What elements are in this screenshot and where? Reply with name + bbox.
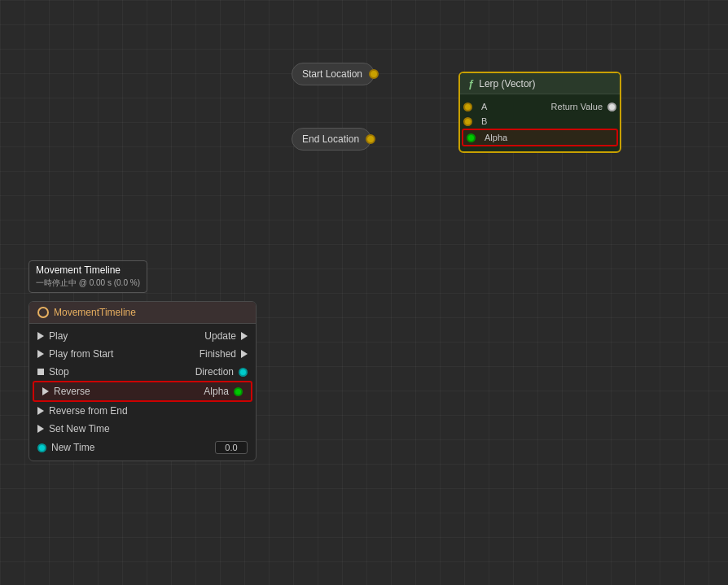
lerp-pin-a-dot	[463, 103, 472, 111]
end-location-pin	[366, 134, 375, 144]
lerp-pin-alpha-row: Alpha	[462, 129, 618, 146]
lerp-f-icon: ƒ	[468, 77, 474, 89]
reverse-from-end-label: Reverse from End	[49, 405, 128, 417]
set-new-time-label: Set New Time	[49, 423, 110, 434]
lerp-return-value-label: Return Value	[551, 102, 603, 111]
lerp-pin-alpha-label: Alpha	[480, 133, 608, 142]
end-location-node: End Location	[292, 128, 371, 151]
play-from-start-label: Play from Start	[49, 348, 113, 360]
stop-icon	[37, 369, 44, 375]
clock-icon	[37, 307, 49, 318]
timeline-row-set-new-time[interactable]: Set New Time	[29, 420, 256, 438]
update-label: Update	[204, 330, 236, 342]
lerp-node-header: ƒ Lerp (Vector)	[460, 73, 620, 94]
lerp-vector-node: ƒ Lerp (Vector) A Return Value B Alpha	[458, 72, 621, 153]
timeline-header: MovementTimeline	[29, 302, 256, 324]
start-location-label: Start Location	[302, 68, 362, 80]
stop-label: Stop	[49, 366, 69, 378]
lerp-pin-a-label: A	[477, 102, 551, 111]
finished-arrow	[241, 350, 248, 358]
finished-label: Finished	[200, 348, 236, 360]
alpha-out-pin	[234, 387, 243, 396]
reverse-label: Reverse	[54, 386, 90, 397]
timeline-tooltip: Movement Timeline 一時停止中 @ 0.00 s (0.0 %)	[29, 260, 147, 293]
new-time-input[interactable]	[215, 441, 248, 454]
timeline-row-new-time: New Time	[29, 438, 256, 457]
timeline-tooltip-title: Movement Timeline	[36, 264, 140, 276]
lerp-node-body: A Return Value B Alpha	[460, 94, 620, 151]
play-label: Play	[49, 330, 68, 342]
update-arrow	[241, 332, 248, 340]
timeline-row-reverse[interactable]: Reverse Alpha	[33, 381, 252, 402]
alpha-out-label: Alpha	[204, 386, 229, 397]
play-from-start-icon	[37, 350, 44, 358]
reverse-icon	[42, 387, 49, 395]
timeline-tooltip-subtitle: 一時停止中 @ 0.00 s (0.0 %)	[36, 277, 140, 289]
reverse-from-end-icon	[37, 407, 44, 415]
start-location-pin	[369, 69, 379, 79]
set-new-time-icon	[37, 425, 44, 433]
timeline-row-play[interactable]: Play Update	[29, 327, 256, 345]
new-time-left-pin	[37, 443, 46, 452]
lerp-pin-b-label: B	[477, 116, 612, 126]
lerp-return-pin-dot	[607, 103, 616, 111]
timeline-row-stop[interactable]: Stop Direction	[29, 363, 256, 381]
timeline-header-label: MovementTimeline	[54, 307, 136, 318]
direction-label: Direction	[195, 366, 234, 378]
end-location-label: End Location	[302, 133, 359, 145]
lerp-pin-alpha-dot	[467, 133, 476, 142]
lerp-pin-a-row: A Return Value	[460, 99, 620, 114]
movement-timeline-node: MovementTimeline Play Update Play from S…	[29, 301, 257, 461]
timeline-row-play-from-start[interactable]: Play from Start Finished	[29, 345, 256, 363]
start-location-node: Start Location	[292, 63, 375, 85]
new-time-label: New Time	[51, 442, 94, 453]
lerp-node-title: Lerp (Vector)	[479, 78, 535, 89]
direction-pin	[239, 368, 248, 377]
lerp-pin-b-dot	[463, 117, 472, 126]
timeline-rows: Play Update Play from Start Finished Sto…	[29, 324, 256, 461]
timeline-row-reverse-from-end[interactable]: Reverse from End	[29, 402, 256, 420]
play-icon	[37, 332, 44, 340]
lerp-pin-b-row: B	[460, 114, 620, 129]
